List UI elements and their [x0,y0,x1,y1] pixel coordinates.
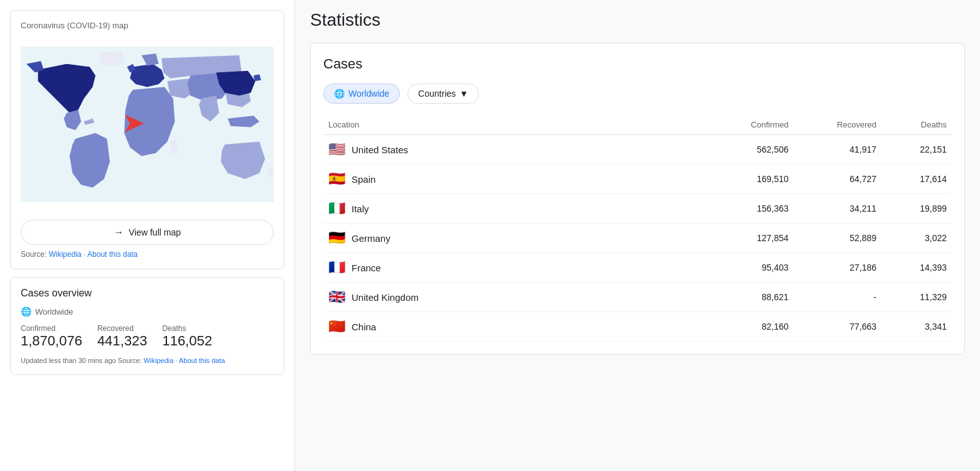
cell-recovered: 64,727 [789,174,876,184]
col-recovered: Recovered [789,120,876,129]
cases-section: Cases 🌐 Worldwide Countries ▼ Location C… [310,43,965,355]
cell-recovered: - [789,292,876,302]
stats-row: Confirmed 1,870,076 Recovered 441,323 De… [21,324,274,349]
cell-deaths: 3,022 [876,233,952,243]
worldwide-label: 🌐 Worldwide [21,306,274,317]
country-cell: 🇺🇸 United States [323,143,701,156]
table-row[interactable]: 🇬🇧 United Kingdom 88,621 - 11,329 [323,283,952,312]
country-cell: 🇨🇳 China [323,320,701,333]
update-text: Updated less than 30 mins ago Source: Wi… [21,357,274,364]
cell-deaths: 22,151 [876,144,952,154]
view-full-label: View full map [129,227,181,237]
cell-recovered: 77,663 [789,322,876,332]
flag-icon: 🇫🇷 [328,261,345,274]
deaths-value: 116,052 [162,333,212,349]
map-source: Source: Wikipedia · About this data [21,250,274,259]
country-cell: 🇫🇷 France [323,261,701,274]
recovered-stat: Recovered 441,323 [97,324,148,349]
cell-deaths: 17,614 [876,174,952,184]
table-row[interactable]: 🇺🇸 United States 562,506 41,917 22,151 [323,135,952,165]
country-name: United Kingdom [352,292,419,303]
cell-confirmed: 88,621 [701,292,789,302]
flag-icon: 🇮🇹 [328,202,345,215]
countries-table: 🇺🇸 United States 562,506 41,917 22,151 🇪… [323,135,952,342]
country-cell: 🇩🇪 Germany [323,231,701,245]
cell-confirmed: 169,510 [701,174,789,184]
recovered-value: 441,323 [97,333,148,349]
cell-confirmed: 95,403 [701,263,789,273]
deaths-label: Deaths [162,324,212,333]
country-name: Spain [352,174,375,185]
overview-about-link[interactable]: About this data [179,357,225,364]
about-data-link[interactable]: About this data [87,250,137,259]
cell-recovered: 27,186 [789,263,876,273]
cell-confirmed: 562,506 [701,144,789,154]
recovered-label: Recovered [97,324,148,333]
flag-icon: 🇪🇸 [328,172,345,186]
cell-deaths: 3,341 [876,322,952,332]
col-location: Location [323,120,701,129]
country-name: Italy [352,203,369,214]
cases-overview-card: Cases overview 🌐 Worldwide Confirmed 1,8… [10,277,284,375]
map-container [21,36,274,212]
wikipedia-link[interactable]: Wikipedia [49,250,82,259]
country-name: United States [352,144,408,155]
countries-btn-label: Countries [418,89,456,99]
cell-deaths: 11,329 [876,292,952,302]
cell-recovered: 34,211 [789,203,876,214]
view-full-map-button[interactable]: → View full map [21,220,274,245]
table-row[interactable]: 🇫🇷 France 95,403 27,186 14,393 [323,253,952,283]
country-name: Germany [352,233,390,244]
cases-overview-title: Cases overview [21,288,274,299]
worldwide-globe-icon: 🌐 [334,89,345,99]
page-title: Statistics [310,0,965,43]
left-panel: Coronavirus (COVID-19) map [0,0,295,471]
right-panel: Statistics Cases 🌐 Worldwide Countries ▼… [295,0,980,471]
flag-icon: 🇺🇸 [328,143,345,156]
cases-section-title: Cases [323,56,952,72]
table-row[interactable]: 🇮🇹 Italy 156,363 34,211 19,899 [323,194,952,224]
table-header: Location Confirmed Recovered Deaths [323,115,952,135]
flag-icon: 🇩🇪 [328,231,345,245]
cell-recovered: 52,889 [789,233,876,243]
cell-confirmed: 127,854 [701,233,789,243]
col-confirmed: Confirmed [701,120,789,129]
confirmed-stat: Confirmed 1,870,076 [21,324,82,349]
map-card: Coronavirus (COVID-19) map [10,10,284,269]
table-row[interactable]: 🇪🇸 Spain 169,510 64,727 17,614 [323,165,952,194]
cell-deaths: 19,899 [876,203,952,214]
cell-confirmed: 156,363 [701,203,789,214]
country-name: China [352,322,376,332]
confirmed-label: Confirmed [21,324,82,333]
flag-icon: 🇨🇳 [328,320,345,333]
country-cell: 🇬🇧 United Kingdom [323,290,701,304]
world-map-svg [21,36,274,212]
countries-filter-button[interactable]: Countries ▼ [407,84,479,104]
deaths-stat: Deaths 116,052 [162,324,212,349]
cell-deaths: 14,393 [876,263,952,273]
cell-confirmed: 82,160 [701,322,789,332]
arrow-right-icon: → [114,227,124,238]
country-name: France [352,263,381,273]
table-row[interactable]: 🇩🇪 Germany 127,854 52,889 3,022 [323,224,952,253]
country-cell: 🇪🇸 Spain [323,172,701,186]
worldwide-btn-label: Worldwide [348,89,389,99]
country-cell: 🇮🇹 Italy [323,202,701,215]
confirmed-value: 1,870,076 [21,333,82,349]
chevron-down-icon: ▼ [460,89,468,99]
col-deaths: Deaths [876,120,952,129]
globe-icon: 🌐 [21,306,31,317]
worldwide-filter-button[interactable]: 🌐 Worldwide [323,84,400,104]
flag-icon: 🇬🇧 [328,290,345,304]
map-title: Coronavirus (COVID-19) map [21,21,274,30]
cell-recovered: 41,917 [789,144,876,154]
filter-row: 🌐 Worldwide Countries ▼ [323,84,952,104]
overview-wikipedia-link[interactable]: Wikipedia [144,357,174,364]
table-row[interactable]: 🇨🇳 China 82,160 77,663 3,341 [323,312,952,342]
